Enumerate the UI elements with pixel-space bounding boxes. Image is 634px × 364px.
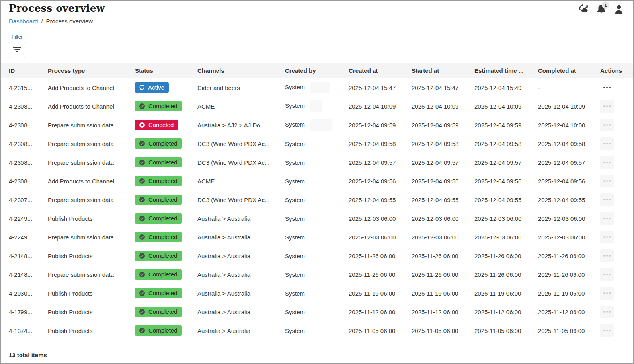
row-actions-button[interactable] bbox=[600, 156, 614, 169]
cell-started-at: 2025-11-05 06:00 bbox=[412, 321, 474, 340]
cell-channels: DC3 (Wine Word PDX Ac... bbox=[197, 153, 285, 172]
cell-id: 4-2148... bbox=[1, 265, 48, 284]
cell-process-type: Prepare submission data bbox=[48, 116, 135, 134]
cell-created-at: 2025-12-04 09:57 bbox=[349, 153, 412, 172]
cell-process-type: Publish Products bbox=[48, 303, 135, 321]
table-row[interactable]: 4-2308... Prepare submission data Cancel… bbox=[1, 116, 633, 134]
cell-id: 4-1374... bbox=[1, 321, 48, 340]
cell-process-type: Publish Products bbox=[48, 209, 135, 228]
check-circle-icon bbox=[139, 290, 145, 296]
row-actions-button[interactable] bbox=[600, 287, 614, 300]
cell-created-by: System bbox=[285, 78, 349, 97]
cell-channels: Australia > Australia bbox=[197, 209, 285, 228]
check-circle-icon bbox=[139, 309, 145, 315]
filter-label: Filter bbox=[12, 34, 625, 40]
row-actions-button[interactable] bbox=[600, 268, 614, 281]
cell-created-by: System bbox=[285, 228, 349, 247]
table-row[interactable]: 4-2308... Add Products to Channel Comple… bbox=[1, 172, 633, 191]
status-badge: Completed bbox=[135, 176, 182, 186]
sync-processes-icon bbox=[578, 4, 589, 14]
cell-completed-at: 2025-12-04 10:09 bbox=[538, 97, 600, 116]
row-actions-button[interactable] bbox=[600, 119, 614, 131]
filter-icon bbox=[13, 46, 21, 54]
cell-channels: Cider and beers bbox=[197, 78, 285, 97]
table-row[interactable]: 4-2249... Publish Products Completed Aus… bbox=[1, 209, 633, 228]
notifications-button[interactable]: 1 bbox=[597, 4, 606, 14]
table-row[interactable]: 4-2308... Add Products to Channel Comple… bbox=[1, 97, 633, 116]
table-row[interactable]: 4-2249... Prepare submission data Comple… bbox=[1, 228, 633, 247]
status-label: Completed bbox=[148, 159, 178, 165]
breadcrumb-link-dashboard[interactable]: Dashboard bbox=[9, 18, 38, 25]
row-actions-button[interactable] bbox=[600, 306, 614, 318]
check-circle-icon bbox=[139, 140, 145, 147]
cell-started-at: 2025-11-12 06:00 bbox=[412, 303, 474, 321]
cell-channels: DC3 (Wine Word PDX Ac... bbox=[197, 191, 285, 209]
cell-created-at: 2025-11-26 06:00 bbox=[349, 265, 412, 284]
table-row[interactable]: 4-2030... Publish Products Completed Aus… bbox=[1, 284, 633, 303]
cell-process-type: Publish Products bbox=[48, 247, 135, 265]
cell-started-at: 2025-12-04 09:58 bbox=[412, 134, 474, 153]
cell-started-at: 2025-12-04 09:55 bbox=[412, 191, 474, 209]
cell-created-at: 2025-11-05 06:00 bbox=[349, 321, 412, 340]
row-actions-button[interactable] bbox=[600, 175, 614, 187]
row-actions-button[interactable] bbox=[600, 212, 614, 225]
cell-started-at: 2025-12-04 15:47 bbox=[412, 78, 474, 97]
cell-id: 4-1799... bbox=[1, 303, 48, 321]
cell-completed-at: 2025-12-04 09:56 bbox=[538, 172, 600, 191]
table-row[interactable]: 4-2308... Prepare submission data Comple… bbox=[1, 153, 633, 172]
cell-created-by: System bbox=[285, 247, 349, 265]
cell-created-by: System bbox=[285, 321, 349, 340]
cell-estimated-time: 2025-11-05 06:00 bbox=[474, 321, 538, 340]
table-row[interactable]: 4-2148... Prepare submission data Comple… bbox=[1, 265, 633, 284]
table-row[interactable]: 4-2308... Prepare submission data Comple… bbox=[1, 134, 633, 153]
cell-estimated-time: 2025-12-04 09:55 bbox=[474, 191, 538, 209]
cell-channels: DC3 (Wine Word PDX Ac... bbox=[197, 134, 285, 153]
column-header: Created by bbox=[285, 63, 349, 78]
cell-channels: Australia > Australia bbox=[197, 284, 285, 303]
check-circle-icon bbox=[139, 197, 145, 203]
status-label: Completed bbox=[148, 103, 178, 109]
loading-placeholder bbox=[310, 100, 322, 112]
cell-started-at: 2025-11-26 06:00 bbox=[412, 247, 474, 265]
table-row[interactable]: 4-2307... Prepare submission data Comple… bbox=[1, 191, 633, 209]
status-label: Completed bbox=[148, 234, 178, 240]
cell-estimated-time: 2025-12-04 09:56 bbox=[474, 172, 538, 191]
cell-completed-at: 2025-12-04 09:57 bbox=[538, 153, 600, 172]
cell-process-type: Prepare submission data bbox=[48, 191, 135, 209]
cell-created-at: 2025-12-04 09:58 bbox=[349, 134, 412, 153]
table-row[interactable]: 4-1374... Publish Products Completed Aus… bbox=[1, 321, 633, 340]
table-row[interactable]: 4-2315... Add Products to Channel Active… bbox=[1, 78, 633, 97]
cell-completed-at: - bbox=[538, 78, 600, 97]
cell-created-by: System bbox=[285, 303, 349, 321]
cell-channels: Australia > Australia bbox=[197, 247, 285, 265]
filter-button[interactable] bbox=[9, 42, 25, 58]
row-actions-button[interactable] bbox=[600, 193, 614, 206]
cell-channels: ACME bbox=[197, 172, 285, 191]
column-header: Status bbox=[135, 63, 197, 78]
row-actions-button[interactable] bbox=[600, 324, 614, 337]
row-actions-button[interactable] bbox=[600, 231, 614, 243]
check-circle-icon bbox=[139, 271, 145, 278]
sync-processes-button[interactable] bbox=[578, 4, 589, 14]
table-row[interactable]: 4-1799... Publish Products Completed Aus… bbox=[1, 303, 633, 321]
table-row[interactable]: 4-2148... Publish Products Completed Aus… bbox=[1, 247, 633, 265]
status-label: Completed bbox=[148, 271, 178, 278]
row-actions-button[interactable] bbox=[600, 137, 614, 150]
cell-process-type: Prepare submission data bbox=[48, 134, 135, 153]
column-header: Created at bbox=[349, 63, 412, 78]
cell-id: 4-2308... bbox=[1, 116, 48, 134]
status-label: Completed bbox=[148, 140, 178, 147]
cell-channels: Australia > Australia bbox=[197, 321, 285, 340]
row-actions-button[interactable] bbox=[600, 81, 614, 94]
user-menu-button[interactable] bbox=[614, 4, 624, 14]
status-label: Completed bbox=[148, 327, 178, 334]
cell-created-at: 2025-11-26 06:00 bbox=[349, 247, 412, 265]
status-label: Completed bbox=[148, 308, 178, 315]
cell-channels: Australia > Australia bbox=[197, 265, 285, 284]
cell-process-type: Publish Products bbox=[48, 321, 135, 340]
row-actions-button[interactable] bbox=[600, 100, 614, 113]
row-actions-button[interactable] bbox=[600, 249, 614, 262]
status-label: Canceled bbox=[148, 121, 174, 128]
breadcrumb: Dashboard / Process overview bbox=[9, 18, 625, 25]
cell-estimated-time: 2025-12-04 15:49 bbox=[474, 78, 538, 97]
